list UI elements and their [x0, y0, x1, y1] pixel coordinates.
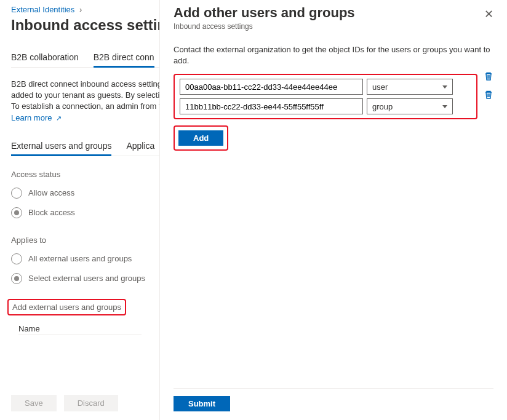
radio-allow-access[interactable]: Allow access	[11, 188, 159, 199]
radio-icon	[11, 207, 22, 218]
breadcrumb: External Identities ›	[11, 5, 159, 14]
page-title: Inbound access setting	[11, 17, 159, 34]
delete-icon[interactable]	[484, 71, 493, 81]
blade-subtitle: Inbound access settings	[174, 22, 484, 31]
sub-tabs: External users and groups Applica	[11, 141, 159, 156]
blade-footer: Submit	[174, 388, 493, 411]
chevron-down-icon	[442, 85, 447, 89]
radio-label: Allow access	[28, 188, 74, 197]
chevron-down-icon	[442, 105, 447, 108]
input-row: group	[180, 98, 471, 114]
radio-label: Select external users and groups	[28, 274, 145, 283]
radio-select-external[interactable]: Select external users and groups	[11, 273, 159, 284]
radio-all-external[interactable]: All external users and groups	[11, 253, 159, 264]
select-value: group	[372, 102, 393, 111]
radio-icon	[11, 253, 22, 264]
access-status-label: Access status	[11, 170, 159, 179]
object-id-input[interactable]	[180, 79, 363, 95]
type-select[interactable]: user	[367, 79, 453, 95]
add-external-users-link[interactable]: Add external users and groups	[7, 299, 126, 315]
object-id-input[interactable]	[180, 98, 363, 114]
radio-icon	[11, 273, 22, 284]
radio-label: All external users and groups	[28, 254, 132, 263]
close-icon[interactable]: ✕	[484, 7, 493, 21]
external-link-icon: ↗	[54, 114, 62, 122]
applies-to-label: Applies to	[11, 236, 159, 245]
discard-button[interactable]: Discard	[64, 395, 118, 411]
breadcrumb-parent-link[interactable]: External Identities	[11, 5, 74, 14]
submit-button[interactable]: Submit	[174, 396, 230, 411]
top-tabs: B2B collaboration B2B direct conn	[11, 52, 159, 68]
tab-b2b-collaboration[interactable]: B2B collaboration	[11, 52, 79, 68]
type-select[interactable]: group	[367, 98, 453, 114]
radio-block-access[interactable]: Block access	[11, 207, 159, 218]
select-value: user	[372, 82, 388, 92]
delete-icon[interactable]	[484, 90, 493, 100]
radio-icon	[11, 188, 22, 199]
tab-b2b-direct-connect[interactable]: B2B direct conn	[94, 52, 154, 68]
save-button[interactable]: Save	[11, 395, 57, 411]
description-text: B2B direct connect inbound access settin…	[11, 79, 159, 124]
main-panel: External Identities › Inbound access set…	[0, 0, 160, 420]
add-button-highlight: Add	[174, 125, 228, 151]
footer-buttons: Save Discard	[11, 395, 118, 411]
learn-more-link[interactable]: Learn more ↗	[11, 113, 62, 122]
add-users-blade: Add other users and groups Inbound acces…	[160, 0, 507, 420]
tab-external-users-and-groups[interactable]: External users and groups	[11, 141, 111, 156]
table-header-name: Name	[18, 324, 142, 335]
blade-title: Add other users and groups	[174, 5, 484, 21]
radio-label: Block access	[28, 208, 75, 217]
chevron-right-icon: ›	[79, 5, 82, 14]
input-rows-highlight: user group	[174, 74, 477, 119]
add-button[interactable]: Add	[178, 130, 223, 146]
blade-description: Contact the external organization to get…	[174, 44, 493, 66]
tab-applications[interactable]: Applica	[126, 141, 154, 156]
input-row: user	[180, 79, 471, 95]
